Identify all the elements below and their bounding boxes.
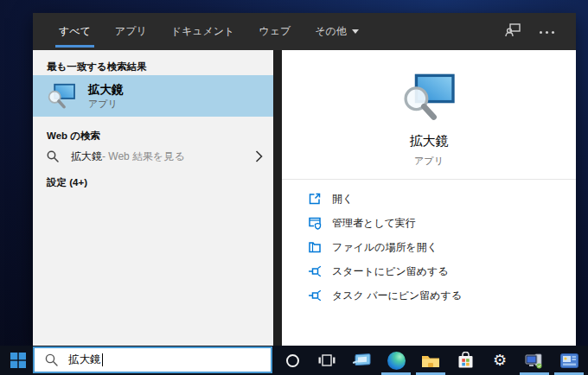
search-icon	[45, 353, 58, 366]
more-options-icon[interactable]	[540, 30, 555, 34]
taskbar: 拡大鏡	[0, 346, 588, 375]
settings-icon[interactable]: ⚙	[483, 346, 517, 375]
app-window-icon[interactable]	[344, 346, 379, 375]
magnifier-app-icon-large	[401, 73, 457, 121]
chevron-right-icon[interactable]	[255, 150, 263, 162]
best-match-result[interactable]: 拡大鏡 アプリ	[33, 75, 273, 117]
action-pin-to-start[interactable]: スタートにピン留めする	[282, 259, 576, 283]
open-file-location-icon	[308, 240, 322, 254]
search-header: すべて アプリ ドキュメント ウェブ その他	[33, 13, 576, 50]
tab-all[interactable]: すべて	[47, 13, 103, 50]
search-icon	[47, 150, 59, 162]
tab-more-label: その他	[315, 24, 347, 39]
web-search-suffix: - Web 結果を見る	[102, 149, 185, 164]
app-title: 拡大鏡	[410, 133, 449, 149]
pin-to-start-icon	[308, 264, 322, 278]
app-subtitle: アプリ	[414, 155, 444, 168]
search-flyout-window: すべて アプリ ドキュメント ウェブ その他	[33, 13, 576, 346]
pin-to-taskbar-icon	[308, 289, 322, 302]
blue-app-icon[interactable]	[552, 346, 586, 375]
preview-pane: 拡大鏡 アプリ 開く	[282, 50, 576, 346]
text-caret	[102, 353, 103, 366]
microsoft-store-icon[interactable]	[448, 346, 483, 375]
action-run-as-admin[interactable]: 管理者として実行	[282, 211, 576, 235]
action-label: タスク バーにピン留めする	[332, 289, 462, 303]
file-explorer-icon[interactable]	[413, 346, 448, 375]
cortana-icon[interactable]	[275, 346, 310, 375]
action-label: ファイルの場所を開く	[332, 240, 438, 255]
chevron-down-icon	[352, 29, 359, 34]
action-label: スタートにピン留めする	[332, 264, 449, 279]
desktop-background: すべて アプリ ドキュメント ウェブ その他	[0, 0, 588, 375]
action-label: 開く	[332, 192, 353, 207]
magnifier-app-icon	[47, 83, 76, 109]
user-account-icon[interactable]	[505, 23, 521, 41]
tab-documents[interactable]: ドキュメント	[159, 13, 247, 50]
best-match-header: 最も一致する検索結果	[47, 60, 147, 73]
action-pin-to-taskbar[interactable]: タスク バーにピン留めする	[282, 283, 576, 308]
task-view-icon[interactable]	[310, 346, 344, 375]
my-computer-icon[interactable]	[517, 346, 552, 375]
open-icon	[308, 192, 322, 206]
web-search-header: Web の検索	[47, 130, 100, 143]
run-as-admin-icon	[308, 216, 322, 230]
search-input-value: 拡大鏡	[68, 353, 101, 367]
taskbar-search-input[interactable]: 拡大鏡	[33, 346, 272, 373]
web-search-result[interactable]: 拡大鏡 - Web 結果を見る	[33, 145, 273, 168]
action-open[interactable]: 開く	[282, 187, 576, 211]
web-search-query: 拡大鏡	[71, 149, 102, 164]
action-label: 管理者として実行	[332, 216, 416, 231]
action-open-file-location[interactable]: ファイルの場所を開く	[282, 235, 576, 259]
action-list: 開く 管理者として実行	[282, 187, 576, 308]
results-pane: 最も一致する検索結果 拡大鏡 アプリ	[33, 50, 273, 346]
divider	[282, 179, 576, 180]
best-match-title: 拡大鏡	[88, 82, 124, 97]
best-match-subtitle: アプリ	[88, 98, 124, 110]
edge-icon[interactable]	[379, 346, 413, 375]
settings-header[interactable]: 設定 (4+)	[47, 176, 87, 189]
tab-web[interactable]: ウェブ	[246, 13, 303, 50]
windows-start-icon[interactable]	[7, 346, 29, 375]
search-tabs: すべて アプリ ドキュメント ウェブ その他	[47, 13, 371, 50]
tab-apps[interactable]: アプリ	[103, 13, 159, 50]
tab-more[interactable]: その他	[303, 13, 371, 50]
